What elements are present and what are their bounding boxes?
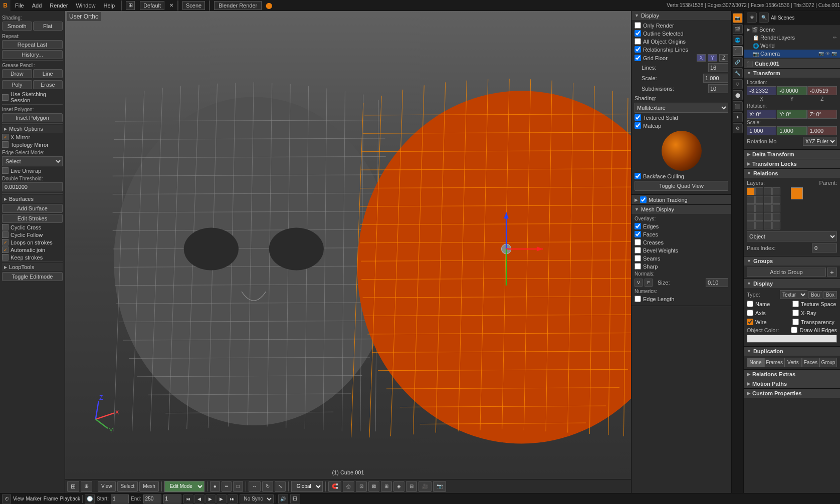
scale-y-field[interactable] [777, 126, 806, 135]
dup-group-btn[interactable]: Group [819, 358, 837, 367]
loc-y-field[interactable] [777, 86, 806, 95]
constraints-icon[interactable]: 🔗 [733, 57, 743, 67]
x-ray-chk[interactable] [792, 310, 799, 316]
data-icon[interactable]: ▽ [733, 79, 743, 89]
tl-playback-btn[interactable]: Playback [60, 496, 81, 501]
bevel-weights-chk[interactable] [635, 247, 641, 254]
layer-10[interactable] [755, 204, 763, 212]
vp-extra-5[interactable]: ⊟ [406, 481, 417, 492]
rot-x-field[interactable] [747, 110, 776, 119]
end-field[interactable] [143, 494, 161, 503]
world-props-icon[interactable]: 🌐 [733, 35, 743, 45]
vp-extra-4[interactable]: ◈ [393, 481, 404, 492]
texture-space-chk[interactable] [792, 301, 799, 307]
flat-btn[interactable]: Flat [33, 22, 63, 31]
edges-chk[interactable] [635, 223, 641, 229]
modifiers-icon[interactable]: 🔧 [733, 68, 743, 78]
smooth-btn[interactable]: Smooth [2, 22, 32, 31]
jump-start-btn[interactable]: ⏮ [183, 494, 193, 503]
live-unwrap-chk[interactable] [2, 167, 9, 174]
textured-solid-chk[interactable] [635, 114, 641, 121]
rot-z-field[interactable] [807, 110, 837, 119]
prev-frame-btn[interactable]: ◀ [194, 494, 204, 503]
relationship-lines-chk[interactable] [635, 46, 641, 53]
motion-tracking-header[interactable]: ▶ Motion Tracking [632, 195, 731, 204]
grid-z-btn[interactable]: Z [719, 54, 728, 62]
menu-file[interactable]: File [11, 0, 28, 11]
add-to-group-btn[interactable]: Add to Group [747, 268, 826, 277]
relations-extras-header[interactable]: ▶ Relations Extras [744, 370, 840, 379]
face-select-btn[interactable]: □ [233, 481, 243, 492]
outliner-view-icon[interactable]: 👁 [747, 13, 757, 23]
tl-marker-btn[interactable]: Marker [26, 496, 42, 501]
cyclic-follow-chk[interactable] [2, 231, 9, 238]
start-field[interactable] [111, 494, 129, 503]
subdivisions-field[interactable] [708, 84, 728, 93]
parent-color[interactable] [791, 187, 803, 199]
layer-5[interactable] [747, 196, 755, 204]
layer-9[interactable] [747, 204, 755, 212]
blender-logo-icon[interactable]: B [0, 0, 11, 11]
layer-2[interactable] [755, 187, 763, 195]
tl-view-btn[interactable]: View [13, 496, 24, 501]
object-props-icon[interactable]: ⬛ [733, 46, 743, 56]
scale-field[interactable] [703, 74, 728, 83]
proportional-btn[interactable]: ◎ [343, 481, 354, 492]
cyclic-cross-chk[interactable] [2, 224, 9, 230]
scene-selector[interactable]: Scene [182, 1, 205, 10]
tl-sync-icon[interactable]: 🕐 [85, 494, 95, 503]
layer-12[interactable] [772, 204, 780, 212]
vp-extra-3[interactable]: ⊞ [381, 481, 392, 492]
topology-mirror-chk[interactable] [2, 141, 9, 148]
edit-mode-selector[interactable]: Edit Mode [164, 481, 204, 492]
keep-strokes-chk[interactable] [2, 254, 9, 261]
grid-y-btn[interactable]: Y [708, 54, 717, 62]
sharp-chk[interactable] [635, 263, 641, 270]
vp-icon-1[interactable]: ⊕ [81, 481, 92, 492]
select-btn[interactable]: Select [117, 481, 138, 492]
layer-11[interactable] [764, 204, 772, 212]
box-btn[interactable]: Box [823, 291, 837, 299]
object-display-header[interactable]: ▼ Display [744, 279, 840, 288]
parent-selector[interactable]: Object [747, 231, 837, 241]
mesh-options-header[interactable]: Mesh Options [2, 125, 63, 133]
current-frame-field[interactable] [163, 494, 181, 503]
layer-16[interactable] [772, 213, 780, 221]
grid-x-btn[interactable]: X [697, 54, 706, 62]
layer-20[interactable] [772, 221, 780, 229]
rot-y-field[interactable] [777, 110, 806, 119]
all-object-origins-chk[interactable] [635, 38, 641, 45]
transform-locks-header[interactable]: ▶ Transform Locks [744, 159, 840, 168]
physics-icon[interactable]: ⚙ [733, 123, 743, 133]
poly-btn[interactable]: Poly [2, 80, 32, 89]
rotate-btn[interactable]: ↻ [262, 481, 273, 492]
scene-item[interactable]: ▶ 🎬 Scene [744, 26, 840, 34]
dup-faces-btn[interactable]: Faces [802, 358, 819, 367]
draw-all-edges-chk[interactable] [791, 327, 797, 333]
outline-selected-chk[interactable] [635, 30, 641, 37]
outliner-search-icon[interactable]: 🔍 [759, 13, 769, 23]
vertex-select-btn[interactable]: ● [210, 481, 220, 492]
layer-14[interactable] [755, 213, 763, 221]
snap-btn[interactable]: 🧲 [328, 481, 341, 492]
toggle-editmode-btn[interactable]: Toggle Editmode [2, 272, 63, 281]
history-btn[interactable]: History... [2, 50, 63, 59]
automatic-join-chk[interactable] [2, 246, 9, 253]
edit-strokes-btn[interactable]: Edit Strokes [2, 214, 63, 223]
audio-btn[interactable]: 🔊 [278, 494, 288, 503]
mode-selector[interactable]: ⊞ [126, 1, 135, 10]
toggle-quad-view-btn[interactable]: Toggle Quad View [635, 181, 728, 191]
relations-header[interactable]: ▼ Relations [744, 169, 840, 178]
erase-btn[interactable]: Erase [33, 80, 63, 89]
camera-item[interactable]: 📷 Camera 📷 👁 📷 [744, 50, 840, 58]
render-anim-btn[interactable]: 🎞 [290, 494, 300, 503]
mt-enable-chk[interactable] [640, 196, 647, 203]
rotation-mode-selector[interactable]: XYZ Euler [803, 137, 837, 146]
particles-icon[interactable]: ✦ [733, 112, 743, 122]
layer-15[interactable] [764, 213, 772, 221]
x-mode-btn[interactable]: ✕ [167, 3, 175, 8]
vp-extra-7[interactable]: 📷 [433, 481, 446, 492]
dup-verts-btn[interactable]: Verts [784, 358, 802, 367]
loc-z-field[interactable] [807, 86, 837, 95]
draw-btn[interactable]: Draw [2, 69, 32, 78]
